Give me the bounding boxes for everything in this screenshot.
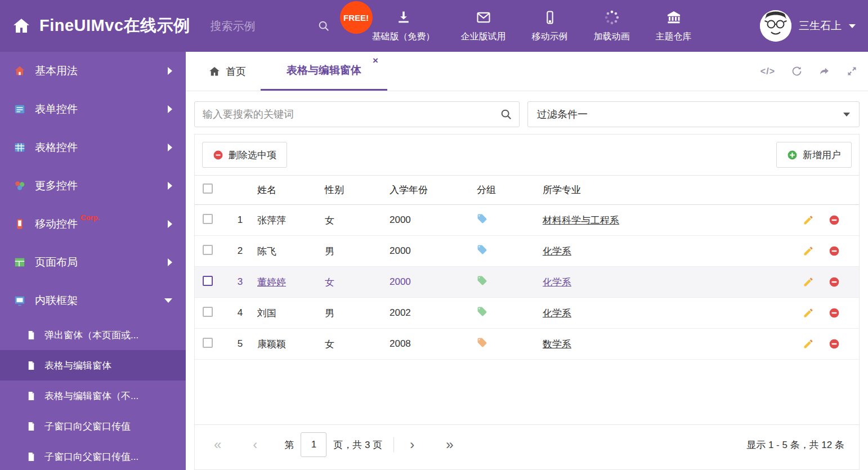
edit-icon[interactable] [803,276,814,288]
user-menu[interactable]: 三生石上 [760,10,856,42]
add-user-button[interactable]: 新增用户 [776,142,852,168]
page-label-suffix: 页，共 3 页 [333,438,382,451]
tab-grid-edit-window[interactable]: 表格与编辑窗体 × [261,52,387,91]
delete-selected-button[interactable]: 删除选中项 [202,142,287,168]
cell-name: 陈飞 [256,245,324,258]
filter-dropdown-value: 过滤条件一 [537,108,588,121]
sidebar: 基本用法 表单控件 表格控件 更多控件 移动控件Corp. 页面布局 [0,52,186,470]
next-page-button[interactable]: › [405,438,419,451]
submenu-item-child-to-parent[interactable]: 子窗口向父窗口传值 [0,411,186,441]
submenu-item-grid-edit-window[interactable]: 表格与编辑窗体 [0,350,186,381]
tag-icon [477,244,487,255]
select-all-checkbox[interactable] [203,183,213,194]
edit-icon[interactable] [803,214,814,226]
envelope-icon [476,10,491,25]
cell-name: 董婷婷 [256,276,324,289]
nav-label: 基础版（免费） [372,31,435,43]
header-nav: FREE! 基础版（免费） 企业版试用 移动示例 加载动画 主题仓库 [359,0,705,52]
delete-icon[interactable] [829,245,840,257]
row-number: 3 [224,276,256,288]
source-code-icon[interactable]: </> [760,66,775,77]
app-title: FineUIMvc在线示例 [39,15,190,37]
edit-icon[interactable] [803,307,814,319]
submenu-item-grid-edit-window-2[interactable]: 表格与编辑窗体（不... [0,381,186,411]
row-checkbox[interactable] [203,307,213,317]
grid-empty-space [195,360,859,424]
sidebar-item-more-controls[interactable]: 更多控件 [0,167,186,205]
sidebar-item-grid-controls[interactable]: 表格控件 [0,128,186,167]
submenu-item-popup-window[interactable]: 弹出窗体（本页面或... [0,320,186,350]
row-checkbox[interactable] [203,245,213,255]
table-row[interactable]: 2 陈飞 男 2000 化学系 [195,236,859,267]
header-search-input[interactable] [211,20,317,33]
column-header-name: 姓名 [256,183,324,196]
chevron-right-icon [168,105,172,113]
search-icon[interactable] [500,108,512,120]
delete-icon[interactable] [829,338,840,350]
nav-label: 主题仓库 [656,31,692,43]
major-link[interactable]: 化学系 [543,246,571,257]
tab-home[interactable]: 首页 [194,52,261,91]
keyword-search [194,101,520,127]
delete-icon[interactable] [829,276,840,288]
table-row[interactable]: 5 康颖颖 女 2008 数学系 [195,329,859,360]
edit-icon[interactable] [803,338,814,350]
prev-page-button[interactable]: ‹ [248,438,262,451]
row-number: 5 [224,338,256,350]
sidebar-item-label: 表单控件 [35,102,168,117]
major-link[interactable]: 化学系 [543,308,571,319]
delete-icon[interactable] [829,214,840,226]
cell-year: 2000 [388,245,476,257]
last-page-button[interactable]: » [441,438,458,451]
sidebar-item-label: 更多控件 [35,178,168,193]
major-link[interactable]: 材料科学与工程系 [543,215,619,226]
edit-icon[interactable] [803,245,814,257]
table-row[interactable]: 1 张萍萍 女 2000 材料科学与工程系 [195,205,859,236]
row-checkbox[interactable] [203,338,213,348]
row-checkbox[interactable] [203,214,213,224]
submenu-item-child-to-parent-2[interactable]: 子窗口向父窗口传值... [0,441,186,470]
row-checkbox[interactable] [203,276,213,286]
main-content: 首页 表格与编辑窗体 × </> [186,52,868,470]
grid-toolbar: 删除选中项 新增用户 [195,135,859,175]
chevron-right-icon [168,144,172,151]
column-header-year: 入学年份 [388,183,476,196]
sidebar-item-basic-usage[interactable]: 基本用法 [0,52,186,90]
keyword-search-input[interactable] [194,101,520,127]
nav-mobile-demo[interactable]: 移动示例 [519,0,581,52]
first-page-button[interactable]: « [209,438,226,451]
nav-enterprise-trial[interactable]: 企业版试用 [448,0,519,52]
file-icon [26,360,37,371]
filter-dropdown[interactable]: 过滤条件一 [527,101,860,127]
sidebar-item-form-controls[interactable]: 表单控件 [0,90,186,128]
home-icon [209,66,220,77]
tab-label: 首页 [226,65,246,78]
table-row-selected[interactable]: 3 董婷婷 女 2000 化学系 [195,267,859,298]
page-label-prefix: 第 [284,438,294,451]
fullscreen-icon[interactable] [846,65,858,77]
nav-basic-edition[interactable]: FREE! 基础版（免费） [359,0,448,52]
close-icon[interactable]: × [373,55,378,66]
tab-label: 表格与编辑窗体 [287,63,361,78]
cell-year: 2008 [388,338,476,350]
house-icon [14,65,26,77]
sidebar-item-iframe[interactable]: 内联框架 [0,281,186,320]
page-number-input[interactable] [301,432,326,457]
sidebar-item-page-layout[interactable]: 页面布局 [0,243,186,281]
major-link[interactable]: 数学系 [543,339,571,350]
nav-loading-animation[interactable]: 加载动画 [581,0,643,52]
home-icon[interactable] [12,17,30,35]
open-in-new-icon[interactable] [818,65,830,77]
sidebar-item-mobile-controls[interactable]: 移动控件Corp. [0,205,186,243]
search-icon[interactable] [317,20,330,32]
cell-gender: 男 [324,245,388,258]
refresh-icon[interactable] [791,65,803,77]
tag-icon [477,275,487,286]
sidebar-item-label: 表格控件 [35,140,168,155]
delete-icon[interactable] [829,307,840,319]
table-row[interactable]: 4 刘国 男 2002 化学系 [195,298,859,329]
cell-gender: 女 [324,338,388,351]
nav-theme-store[interactable]: 主题仓库 [643,0,705,52]
data-grid: 姓名 性别 入学年份 分组 所学专业 1 张萍萍 女 2000 材料科学与工程系 [195,175,859,360]
major-link[interactable]: 化学系 [543,277,571,288]
